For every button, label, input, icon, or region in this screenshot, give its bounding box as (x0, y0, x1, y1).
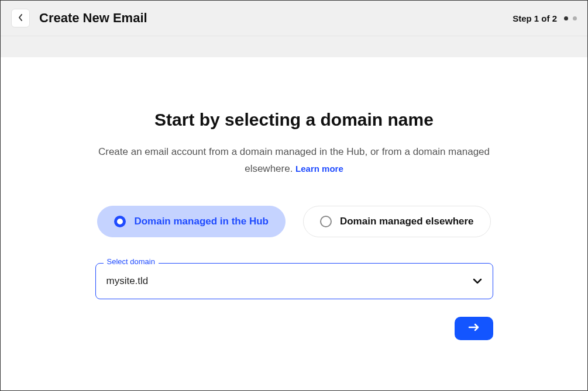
footer-button-row (95, 317, 493, 340)
radio-label-hub: Domain managed in the Hub (134, 216, 269, 227)
step-dots (564, 16, 577, 20)
step-dot-icon (573, 16, 577, 20)
radio-option-hub[interactable]: Domain managed in the Hub (97, 206, 286, 237)
back-button[interactable] (11, 9, 30, 27)
radio-option-elsewhere[interactable]: Domain managed elsewhere (303, 206, 491, 237)
sub-text-content: Create an email account from a domain ma… (98, 146, 490, 174)
learn-more-link[interactable]: Learn more (295, 164, 343, 174)
domain-select-value: mysite.tld (106, 275, 149, 287)
domain-select[interactable]: mysite.tld (95, 263, 493, 299)
chevron-down-icon (473, 276, 482, 286)
domain-select-wrap: Select domain mysite.tld (95, 263, 493, 299)
header-spacer (1, 36, 587, 57)
header-right: Step 1 of 2 (513, 13, 577, 23)
radio-icon (320, 216, 332, 227)
sub-text: Create an email account from a domain ma… (78, 144, 511, 178)
step-dot-icon (564, 16, 568, 20)
next-button[interactable] (455, 317, 493, 340)
radio-icon (114, 216, 126, 227)
main-heading: Start by selecting a domain name (42, 110, 546, 130)
header-bar: Create New Email Step 1 of 2 (1, 1, 587, 36)
chevron-left-icon (18, 13, 23, 23)
header-left: Create New Email (11, 9, 147, 27)
radio-group: Domain managed in the Hub Domain managed… (42, 206, 546, 237)
radio-label-elsewhere: Domain managed elsewhere (340, 216, 474, 227)
step-indicator-text: Step 1 of 2 (513, 13, 557, 23)
main-card: Start by selecting a domain name Create … (6, 57, 582, 379)
page-title: Create New Email (39, 11, 147, 26)
arrow-right-icon (468, 323, 480, 333)
domain-select-legend: Select domain (104, 257, 159, 266)
